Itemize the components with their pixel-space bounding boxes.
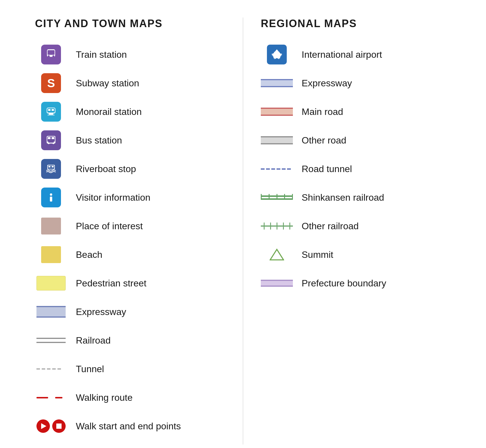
svg-point-24	[50, 193, 52, 196]
svg-rect-10	[52, 109, 54, 111]
svg-rect-15	[48, 137, 50, 139]
list-item: S Subway station	[35, 73, 225, 93]
svg-rect-1	[48, 50, 55, 55]
walking-route-label: Walking route	[76, 392, 132, 403]
city-column: CITY AND TOWN MAPS Train station	[23, 18, 237, 444]
list-item: Walk start and end points	[35, 416, 225, 436]
list-item: Prefecture boundary	[261, 273, 451, 293]
visitor-info-icon	[41, 188, 61, 207]
svg-rect-22	[48, 166, 50, 167]
list-item: Railroad	[35, 330, 225, 351]
list-item: Place of interest	[35, 216, 225, 236]
bus-station-icon-cell	[35, 130, 67, 150]
page-container: CITY AND TOWN MAPS Train station	[23, 18, 463, 444]
city-column-title: CITY AND TOWN MAPS	[35, 18, 225, 30]
main-road-label: Main road	[302, 106, 343, 117]
railroad-icon-cell	[35, 338, 67, 343]
list-item: Other railroad	[261, 216, 451, 236]
beach-icon-cell	[35, 246, 67, 263]
bus-station-icon	[41, 130, 61, 150]
place-interest-icon	[41, 218, 61, 235]
prefecture-boundary-label: Prefecture boundary	[302, 278, 386, 289]
airport-icon	[267, 45, 287, 64]
shinkansen-label: Shinkansen railroad	[302, 192, 384, 203]
other-road-icon-cell	[261, 136, 293, 144]
list-item: Beach	[35, 244, 225, 265]
riverboat-stop-label: Riverboat stop	[76, 164, 136, 174]
monorail-station-icon-cell	[35, 102, 67, 122]
road-tunnel-icon-cell	[261, 168, 293, 170]
list-item: Main road	[261, 102, 451, 122]
list-item: Tunnel	[35, 359, 225, 379]
regional-column: REGIONAL MAPS International airport	[249, 18, 463, 444]
pedestrian-street-icon	[36, 276, 66, 290]
beach-icon	[41, 246, 61, 263]
expressway-regional-icon-cell	[261, 79, 293, 87]
subway-station-icon: S	[41, 73, 61, 93]
expressway-city-icon-cell	[35, 306, 67, 318]
list-item: Visitor information	[35, 187, 225, 208]
shinkansen-icon-cell	[261, 195, 293, 200]
summit-icon-cell	[261, 248, 293, 261]
airport-label: International airport	[302, 49, 382, 60]
summit-triangle-icon	[270, 248, 284, 261]
other-railroad-icon-cell	[261, 223, 293, 230]
list-item: Summit	[261, 244, 451, 265]
list-item: Shinkansen railroad	[261, 187, 451, 208]
place-interest-icon-cell	[35, 218, 67, 235]
pedestrian-street-label: Pedestrian street	[76, 278, 146, 289]
list-item: Pedestrian street	[35, 273, 225, 293]
road-tunnel-label: Road tunnel	[302, 164, 352, 174]
riverboat-stop-icon-cell	[35, 159, 67, 179]
train-station-icon-cell	[35, 45, 67, 64]
monorail-station-icon	[41, 102, 61, 122]
monorail-station-label: Monorail station	[76, 106, 142, 117]
svg-rect-9	[48, 109, 50, 111]
svg-rect-23	[52, 166, 54, 167]
tunnel-icon-cell	[35, 368, 67, 370]
svg-marker-26	[270, 249, 284, 260]
expressway-city-label: Expressway	[76, 307, 126, 317]
train-station-label: Train station	[76, 49, 127, 60]
list-item: Riverboat stop	[35, 159, 225, 179]
list-item: Other road	[261, 130, 451, 150]
tunnel-label: Tunnel	[76, 364, 104, 374]
visitor-info-icon-cell	[35, 188, 67, 207]
other-road-label: Other road	[302, 135, 346, 146]
walk-end-icon	[52, 419, 66, 433]
list-item: International airport	[261, 44, 451, 65]
railroad-label: Railroad	[76, 335, 111, 346]
subway-station-label: Subway station	[76, 78, 139, 89]
prefecture-boundary-icon-cell	[261, 280, 293, 287]
svg-rect-25	[50, 197, 52, 202]
place-interest-label: Place of interest	[76, 221, 143, 232]
svg-rect-12	[48, 115, 55, 116]
walking-route-icon-cell	[35, 397, 67, 398]
svg-rect-19	[48, 142, 54, 143]
pedestrian-street-icon-cell	[35, 276, 67, 290]
list-item: Monorail station	[35, 102, 225, 122]
airport-icon-cell	[261, 45, 293, 64]
walk-endpoints-label: Walk start and end points	[76, 421, 181, 432]
list-item: Train station	[35, 44, 225, 65]
list-item: Expressway	[35, 302, 225, 322]
expressway-regional-label: Expressway	[302, 78, 352, 89]
main-road-icon-cell	[261, 108, 293, 116]
riverboat-stop-icon	[41, 159, 61, 179]
bus-station-label: Bus station	[76, 135, 122, 146]
train-station-icon	[41, 45, 61, 64]
summit-label: Summit	[302, 249, 333, 260]
svg-rect-11	[49, 113, 53, 115]
svg-rect-16	[52, 137, 54, 139]
subway-station-icon-cell: S	[35, 73, 67, 93]
column-divider	[243, 18, 243, 444]
list-item: Road tunnel	[261, 159, 451, 179]
list-item: Expressway	[261, 73, 451, 93]
list-item: Walking route	[35, 387, 225, 408]
visitor-info-label: Visitor information	[76, 192, 151, 203]
regional-column-title: REGIONAL MAPS	[261, 18, 451, 30]
walk-endpoints-icon-cell	[35, 419, 67, 433]
beach-label: Beach	[76, 249, 102, 260]
walk-start-icon	[36, 419, 50, 433]
other-railroad-label: Other railroad	[302, 221, 359, 232]
